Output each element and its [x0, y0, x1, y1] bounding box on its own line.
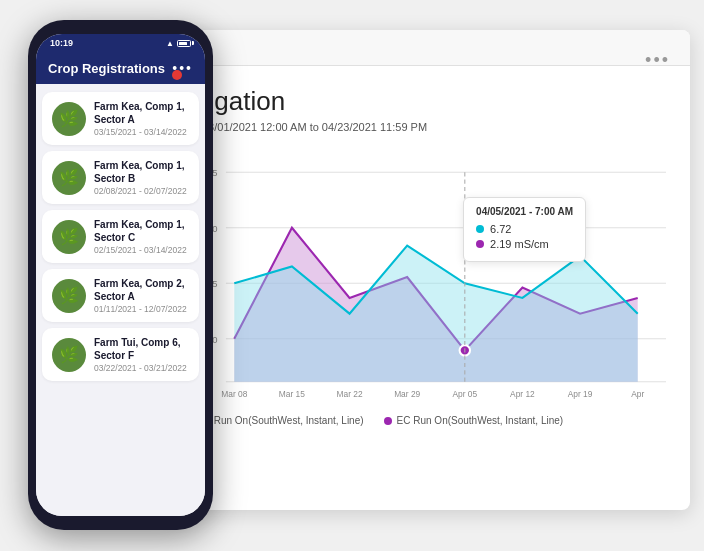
chart-svg: 3.5 3.0 2.5 2.0 Mar 08 Mar 15 Mar 22 Mar… — [184, 147, 666, 407]
status-icons: ▲ — [166, 39, 191, 48]
crop-avatar: 🌿 — [52, 338, 86, 372]
crop-leaf-icon: 🌿 — [59, 109, 79, 128]
crop-name: Farm Kea, Comp 2, Sector A — [94, 277, 189, 303]
tooltip-date: 04/05/2021 - 7:00 AM — [476, 206, 573, 217]
wifi-icon: ▲ — [166, 39, 174, 48]
phone-status-bar: 10:19 ▲ — [36, 34, 205, 52]
phone-time: 10:19 — [50, 38, 73, 48]
legend-dot-purple — [384, 417, 392, 425]
crop-name: Farm Kea, Comp 1, Sector B — [94, 159, 189, 185]
crop-name: Farm Tui, Comp 6, Sector F — [94, 336, 189, 362]
chart-title: Irrigation — [184, 86, 666, 117]
desktop-content: ••• Irrigation 03/01/2021 12:00 AM to 04… — [160, 66, 690, 510]
list-item[interactable]: 🌿 Farm Kea, Comp 1, Sector C 02/15/2021 … — [42, 210, 199, 263]
svg-text:Apr 12: Apr 12 — [510, 390, 535, 400]
list-item[interactable]: 🌿 Farm Kea, Comp 1, Sector A 03/15/2021 … — [42, 92, 199, 145]
svg-text:Mar 15: Mar 15 — [279, 390, 305, 400]
crop-dates: 02/15/2021 - 03/14/2022 — [94, 245, 189, 255]
crop-info: Farm Kea, Comp 2, Sector A 01/11/2021 - … — [94, 277, 189, 314]
desktop-panel: ••• Irrigation 03/01/2021 12:00 AM to 04… — [160, 30, 690, 510]
legend-item-ec: EC Run On(SouthWest, Instant, Line) — [384, 415, 564, 426]
list-item[interactable]: 🌿 Farm Kea, Comp 2, Sector A 01/11/2021 … — [42, 269, 199, 322]
chart-date-range: 03/01/2021 12:00 AM to 04/23/2021 11:59 … — [184, 121, 666, 133]
crop-avatar: 🌿 — [52, 102, 86, 136]
crop-leaf-icon: 🌿 — [59, 227, 79, 246]
phone-body[interactable]: 🌿 Farm Kea, Comp 1, Sector A 03/15/2021 … — [36, 84, 205, 516]
list-item[interactable]: 🌿 Farm Tui, Comp 6, Sector F 03/22/2021 … — [42, 328, 199, 381]
list-item[interactable]: 🌿 Farm Kea, Comp 1, Sector B 02/08/2021 … — [42, 151, 199, 204]
desktop-top-bar — [160, 30, 690, 66]
legend-label-ph: PH Run On(SouthWest, Instant, Line) — [197, 415, 364, 426]
tooltip-dot-blue — [476, 225, 484, 233]
more-options-icon[interactable]: ••• — [645, 50, 670, 71]
tooltip-dot-purple — [476, 240, 484, 248]
legend-label-ec: EC Run On(SouthWest, Instant, Line) — [397, 415, 564, 426]
crop-avatar: 🌿 — [52, 161, 86, 195]
battery-icon — [177, 40, 191, 47]
phone-mockup: 10:19 ▲ Crop Registrations ••• 🌿 Farm Ke… — [28, 20, 213, 530]
crop-leaf-icon: 🌿 — [59, 345, 79, 364]
svg-text:Apr 19: Apr 19 — [568, 390, 593, 400]
tooltip-row-2: 2.19 mS/cm — [476, 238, 573, 250]
crop-dates: 03/22/2021 - 03/21/2022 — [94, 363, 189, 373]
svg-text:Mar 22: Mar 22 — [337, 390, 363, 400]
crop-avatar: 🌿 — [52, 279, 86, 313]
chart-legend: PH Run On(SouthWest, Instant, Line) EC R… — [184, 415, 666, 426]
svg-text:Apr: Apr — [631, 390, 644, 400]
phone-inner: 10:19 ▲ Crop Registrations ••• 🌿 Farm Ke… — [36, 34, 205, 516]
crop-dates: 01/11/2021 - 12/07/2022 — [94, 304, 189, 314]
svg-text:Apr 05: Apr 05 — [452, 390, 477, 400]
svg-text:Mar 08: Mar 08 — [221, 390, 247, 400]
crop-avatar: 🌿 — [52, 220, 86, 254]
phone-header-title: Crop Registrations — [48, 61, 165, 76]
crop-name: Farm Kea, Comp 1, Sector A — [94, 100, 189, 126]
crop-dates: 02/08/2021 - 02/07/2022 — [94, 186, 189, 196]
notification-dot — [172, 70, 182, 80]
tooltip-row-1: 6.72 — [476, 223, 573, 235]
crop-info: Farm Kea, Comp 1, Sector A 03/15/2021 - … — [94, 100, 189, 137]
crop-leaf-icon: 🌿 — [59, 168, 79, 187]
crop-dates: 03/15/2021 - 03/14/2022 — [94, 127, 189, 137]
crop-info: Farm Kea, Comp 1, Sector B 02/08/2021 - … — [94, 159, 189, 196]
chart-area: 3.5 3.0 2.5 2.0 Mar 08 Mar 15 Mar 22 Mar… — [184, 147, 666, 407]
tooltip-box: 04/05/2021 - 7:00 AM 6.72 2.19 mS/cm — [463, 197, 586, 262]
crop-leaf-icon: 🌿 — [59, 286, 79, 305]
crop-info: Farm Tui, Comp 6, Sector F 03/22/2021 - … — [94, 336, 189, 373]
svg-text:Mar 29: Mar 29 — [394, 390, 420, 400]
crop-name: Farm Kea, Comp 1, Sector C — [94, 218, 189, 244]
crop-info: Farm Kea, Comp 1, Sector C 02/15/2021 - … — [94, 218, 189, 255]
